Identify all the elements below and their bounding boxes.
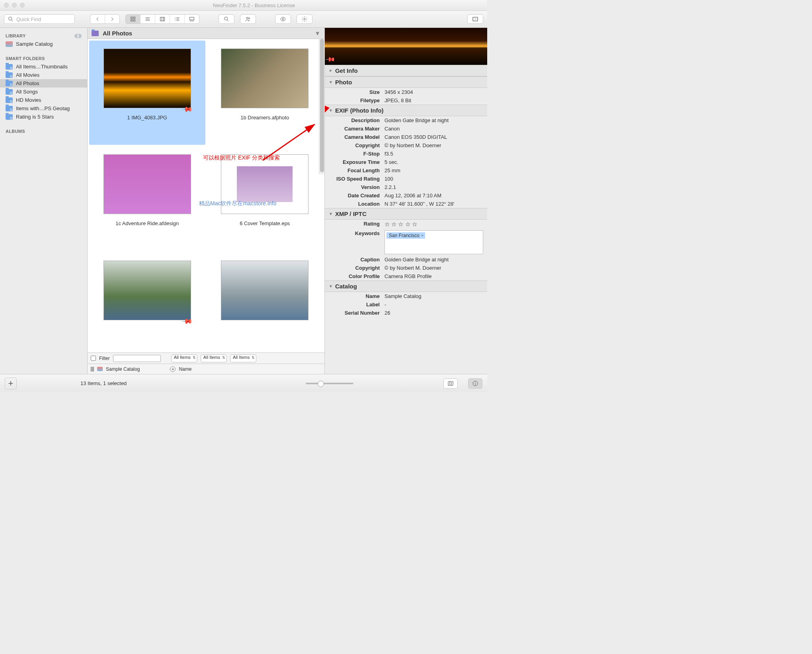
chevron-down-icon[interactable]: ▼ [314,30,320,37]
keywords-row: Keywords San Francisco [325,229,487,255]
sidebar-item-smart[interactable]: Items with…PS Geotag [0,104,87,113]
filter-select-1[interactable]: All Items [171,354,197,362]
svg-point-24 [282,18,284,20]
svg-point-25 [304,18,305,20]
column-name[interactable]: Name [179,366,191,372]
info-row: Serial Number26 [325,309,487,317]
list-view-button[interactable] [141,15,155,23]
gear-icon [301,16,308,22]
section-photo[interactable]: ▼Photo [325,76,487,88]
grid-item[interactable]: 📌 1 IMG_4083.JPG [89,41,205,145]
pin-icon: 📌 [181,103,193,115]
sidebar-item-catalog[interactable]: Sample Catalog [0,40,87,48]
info-row: Label- [325,300,487,309]
preview-button[interactable] [275,14,291,24]
info-row: Version2.2.1 [325,183,487,191]
minimize-icon[interactable] [12,3,17,8]
settings-button[interactable] [297,14,312,24]
sort-icon[interactable]: ≡ [170,366,176,372]
zoom-slider[interactable] [306,383,353,384]
map-button[interactable] [443,378,458,389]
search-placeholder: Quick Find [16,16,41,22]
content-area: All Photos ▼ 可以根据照片 EXIF 分类和搜索 精品Mac软件尽在… [88,28,325,374]
info-row: CaptionGolden Gate Bridge at night [325,255,487,264]
keyword-tag[interactable]: San Francisco [386,232,425,239]
grid-item[interactable]: 6 Cover Template.eps [207,146,323,251]
thumbnail [221,261,308,320]
filter-checkbox[interactable] [91,356,96,361]
path-bar: Sample Catalog ≡ Name [88,364,324,374]
sidebar-item-smart[interactable]: All Movies [0,71,87,79]
thumbnail [221,49,308,108]
people-button[interactable] [240,14,256,24]
close-icon[interactable] [4,3,9,8]
info-row: ISO Speed Rating100 [325,175,487,183]
grid-item[interactable]: 1b Dreamers.afphoto [207,41,323,145]
keywords-box[interactable]: San Francisco [385,230,483,254]
status-text: 13 Items, 1 selected [80,380,127,386]
add-button[interactable]: + [5,378,17,389]
detail-view-button[interactable] [170,15,185,23]
sidebar-section-albums: ALBUMS [0,127,87,135]
info-row: DescriptionGolden Gate Bridge at night [325,116,487,125]
sidebar: LIBRARY 1 Sample Catalog SMART FOLDERS A… [0,28,88,374]
info-row: Copyright© by Norbert M. Doerner [325,141,487,150]
sidebar-item-smart[interactable]: All Items…Thumbnails [0,62,87,71]
thumbnail: 📌 [103,49,191,108]
smart-folder-icon [6,106,13,111]
filter-label: Filter [99,356,110,361]
svg-point-22 [246,17,248,19]
svg-point-0 [9,17,12,20]
sidebar-item-smart[interactable]: All Photos [0,79,87,88]
sidebar-item-smart[interactable]: All Songs [0,88,87,96]
smart-folder-icon [6,72,13,78]
find-button[interactable] [219,14,234,24]
svg-line-1 [12,20,13,21]
info-row: Camera MakerCanon [325,125,487,133]
filter-select-3[interactable]: All Items [230,354,256,362]
info-row: Camera ModelCanon EOS 350D DIGITAL [325,133,487,141]
icon-view-button[interactable] [126,15,141,23]
help-button[interactable]: ? [467,14,483,24]
filter-input[interactable] [113,355,161,362]
filter-select-2[interactable]: All Items [201,354,227,362]
inspector: 📌 ▼Get Info ▼Photo Size3456 x 2304Filety… [325,28,487,374]
rating-row: Rating ☆ ☆ ☆ ☆ ☆ [325,220,487,229]
forward-button[interactable] [105,15,119,23]
section-exif[interactable]: ▼EXIF (Photo Info) [325,105,487,116]
section-xmp[interactable]: ▼XMP / IPTC [325,208,487,220]
columns-icon[interactable] [91,367,94,372]
section-getinfo[interactable]: ▼Get Info [325,65,487,76]
grid-item[interactable] [207,253,323,351]
back-button[interactable] [90,15,105,23]
watermark-text: 精品Mac软件尽在macstore.info [199,200,276,207]
column-view-button[interactable] [155,15,170,23]
catalog-icon [97,367,103,371]
svg-rect-3 [133,17,135,19]
path-catalog[interactable]: Sample Catalog [106,366,140,372]
grid-item[interactable]: 📌 [89,253,205,351]
rating-stars[interactable]: ☆ ☆ ☆ ☆ ☆ [385,221,483,228]
info-row: Date CreatedAug 12, 2006 at 7:10 AM [325,191,487,200]
catalog-icon [6,41,13,47]
info-row: Color ProfileCamera RGB Profile [325,272,487,280]
smart-folder-icon [6,97,13,103]
preview-image [325,28,487,65]
svg-rect-4 [131,19,133,21]
section-catalog[interactable]: ▼Catalog [325,280,487,292]
svg-point-36 [475,382,476,382]
info-row: F-Stopf3.5 [325,150,487,158]
info-button[interactable] [468,378,482,389]
sidebar-item-smart[interactable]: HD Movies [0,96,87,104]
sidebar-item-smart[interactable]: Rating is 5 Stars [0,113,87,121]
thumbnail-grid[interactable]: 可以根据照片 EXIF 分类和搜索 精品Mac软件尽在macstore.info… [88,39,324,352]
titlebar: NeoFinder 7.5.2 - Business License [0,0,487,11]
zoom-icon[interactable] [20,3,25,8]
gallery-view-button[interactable] [185,15,199,23]
sidebar-section-smart: SMART FOLDERS [0,54,87,62]
search-input[interactable]: Quick Find [4,14,75,24]
scrollbar[interactable] [319,39,324,174]
folder-icon [92,31,99,36]
grid-item[interactable]: 1c Adventure Ride.afdesign [89,146,205,251]
info-row: Focal Length25 mm [325,166,487,175]
